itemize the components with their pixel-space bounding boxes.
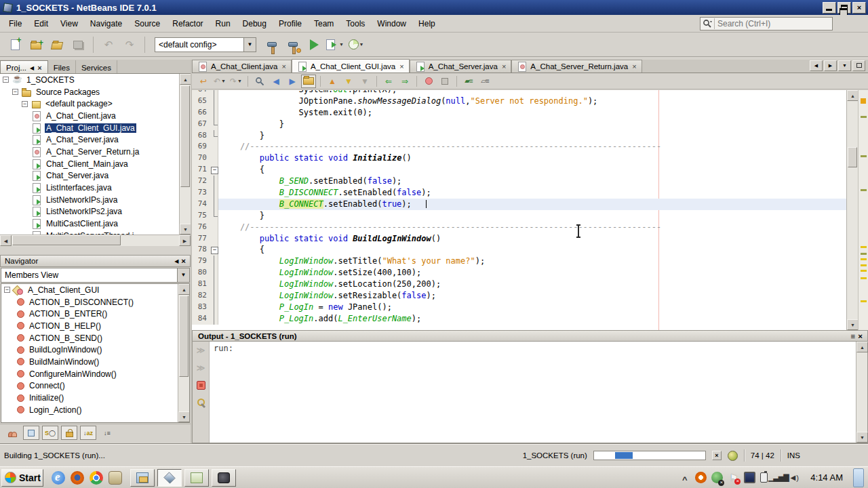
minimize-panel-icon[interactable]: ◀ (30, 65, 34, 71)
menu-profile[interactable]: Profile (273, 16, 308, 31)
tree-item-a-chat-client-gui-java[interactable]: A_Chat_Client_GUI.java (0, 122, 179, 134)
tab-projects[interactable]: Proj... ◀ × (0, 60, 48, 73)
warning-mark[interactable] (861, 258, 867, 260)
rerun-button[interactable]: ≫ (197, 346, 205, 355)
code-line-81[interactable]: 81 LogInWindow.setLocation(250,200); (192, 279, 846, 290)
messenger-icon[interactable] (108, 471, 122, 485)
window-titlebar[interactable]: 1_SOCKETS - NetBeans IDE 7.0.1 × (0, 0, 868, 15)
tree-item-listinterfaces-java[interactable]: ListInterfaces.java (0, 182, 179, 194)
profile-dropdown-icon[interactable]: ▼ (359, 42, 364, 47)
menu-debug[interactable]: Debug (237, 16, 273, 31)
toggle-highlight-search-button[interactable] (301, 75, 316, 88)
code-line-69[interactable]: 69 //-----------------------------------… (192, 141, 846, 152)
code-line-66[interactable]: 66 System.exit(0); (192, 107, 846, 119)
menu-source[interactable]: Source (128, 16, 166, 31)
build-project-button[interactable] (262, 35, 281, 54)
scrollbar-thumb[interactable] (12, 235, 121, 245)
sort-alphabetically-button[interactable]: ↓az (80, 426, 96, 440)
navigator-member-initialize[interactable]: Initialize() (1, 392, 178, 404)
menu-window[interactable]: Window (371, 16, 412, 31)
menu-navigate[interactable]: Navigate (84, 16, 128, 31)
scroll-right-icon[interactable]: ▶ (179, 235, 191, 246)
debug-dropdown-icon[interactable]: ▼ (339, 42, 344, 47)
find-selection-button[interactable] (252, 75, 267, 88)
code-line-74[interactable]: 74 B_CONNECT.setEnabled(true); (192, 199, 846, 210)
config-dropdown-icon[interactable]: ▼ (243, 38, 256, 52)
minimize-button[interactable] (823, 2, 836, 14)
tree-item-a-chat-server-return-ja[interactable]: A_Chat_Server_Return.ja (0, 146, 179, 158)
navigator-member-login-action[interactable]: Login_Action() (1, 404, 178, 416)
ant-settings-button[interactable] (197, 398, 205, 407)
close-tab-icon[interactable]: × (500, 62, 506, 70)
close-tab-icon[interactable]: × (398, 62, 403, 70)
warning-mark[interactable] (861, 264, 867, 266)
code-line-70[interactable]: 70 public static void Initialize() (192, 152, 846, 164)
back-button[interactable]: ↶▼ (212, 75, 227, 88)
forward-dropdown-icon[interactable]: ▼ (237, 79, 242, 83)
scroll-tabs-left-icon[interactable]: ◀ (810, 60, 823, 71)
previous-bookmark-button[interactable]: ▲ (325, 75, 340, 88)
code-line-71[interactable]: 71 { (192, 164, 846, 176)
editor-vertical-scrollbar[interactable]: ▲ ▼ (846, 90, 858, 330)
menu-edit[interactable]: Edit (28, 16, 54, 31)
editor-tab-a-chat-server-java[interactable]: A_Chat_Server.java× (410, 60, 512, 73)
code-line-73[interactable]: 73 B_DISCONNECT.setEnabled(false); (192, 187, 846, 199)
navigator-view-dropdown-icon[interactable]: ▼ (177, 268, 189, 282)
scroll-tabs-right-icon[interactable]: ▶ (824, 60, 837, 71)
scroll-down-icon[interactable]: ▼ (856, 432, 868, 443)
profile-project-button[interactable]: ▼ (347, 35, 366, 54)
expander-icon[interactable]: − (22, 101, 28, 107)
scroll-up-icon[interactable]: ▲ (847, 90, 859, 101)
code-line-64[interactable]: 64 System.out.print(X); (192, 90, 846, 96)
show-fields-button[interactable] (23, 426, 39, 440)
power-plug-icon[interactable] (760, 472, 768, 483)
code-editor[interactable]: 64 System.out.print(X);65 JOptionPane.sh… (192, 90, 868, 330)
code-line-76[interactable]: 76 //-----------------------------------… (192, 222, 846, 233)
forward-button[interactable]: ↷▼ (229, 75, 243, 88)
shift-line-left-button[interactable]: ⇐ (381, 75, 396, 88)
close-button[interactable]: × (852, 2, 866, 14)
navigator-member-action-b-disconnect[interactable]: ACTION_B_DISCONNECT() (1, 296, 178, 308)
show-desktop-button[interactable] (853, 468, 864, 487)
show-static-members-button[interactable]: S◯ (42, 426, 58, 440)
taskbar-clock[interactable]: 4:14 AM (805, 472, 848, 483)
editor-tab-a-chat-server-return-java[interactable]: A_Chat_Server_Return.java× (511, 60, 642, 73)
editor-tab-a-chat-client-java[interactable]: A_Chat_Client.java× (192, 60, 292, 73)
tab-services[interactable]: Services (76, 60, 117, 73)
search-input[interactable] (715, 19, 816, 28)
clean-build-button[interactable] (283, 35, 302, 54)
scroll-up-icon[interactable]: ▲ (856, 342, 868, 352)
display-icon[interactable] (744, 472, 755, 483)
run-project-button[interactable] (304, 35, 323, 54)
warning-mark[interactable] (861, 253, 867, 255)
navigator-member-buildloginwindow[interactable]: BuildLogInWindow() (1, 344, 178, 356)
save-all-button[interactable] (68, 35, 87, 54)
taskbar-button-netbeans[interactable] (157, 469, 182, 487)
warning-mark[interactable] (861, 277, 867, 279)
menu-help[interactable]: Help (412, 16, 441, 31)
action-center-flag-icon[interactable] (728, 472, 739, 483)
restore-button[interactable] (837, 2, 851, 14)
quick-search[interactable] (700, 17, 833, 30)
stop-macro-recording-button[interactable] (437, 75, 452, 88)
expand-chevron-icon[interactable] (679, 472, 690, 483)
code-line-82[interactable]: 82 LogInWindow.setResizable(false); (192, 290, 846, 302)
warning-mark[interactable] (861, 300, 867, 302)
editor-tab-a-chat-client-gui-java[interactable]: A_Chat_Client_GUI.java× (292, 59, 410, 73)
navigator-member-buildmainwindow[interactable]: BuildMainWindow() (1, 356, 178, 368)
fold-indicator[interactable] (210, 244, 218, 256)
code-line-80[interactable]: 80 LogInWindow.setSize(400,100); (192, 267, 846, 279)
rerun-debug-button[interactable]: ≫ (197, 363, 205, 373)
code-line-79[interactable]: 79 LogInWindow.setTitle("What's your nam… (192, 256, 846, 267)
code-line-75[interactable]: 75 } (192, 210, 846, 222)
code-line-78[interactable]: 78 { (192, 244, 846, 256)
menu-team[interactable]: Team (308, 16, 340, 31)
scroll-down-icon[interactable]: ▼ (847, 319, 859, 330)
taskbar-button-explorer-window[interactable] (130, 469, 155, 487)
code-line-83[interactable]: 83 P_LogIn = new JPanel(); (192, 302, 846, 313)
warning-mark[interactable] (861, 270, 867, 272)
tree-item-chat-client-main-java[interactable]: Chat_Client_Main.java (0, 158, 179, 170)
navigator-member-connect[interactable]: Connect() (1, 380, 178, 392)
projects-vertical-scrollbar[interactable]: ▲ ▼ (179, 74, 191, 235)
output-vertical-scrollbar[interactable]: ▲ ▼ (856, 342, 867, 443)
